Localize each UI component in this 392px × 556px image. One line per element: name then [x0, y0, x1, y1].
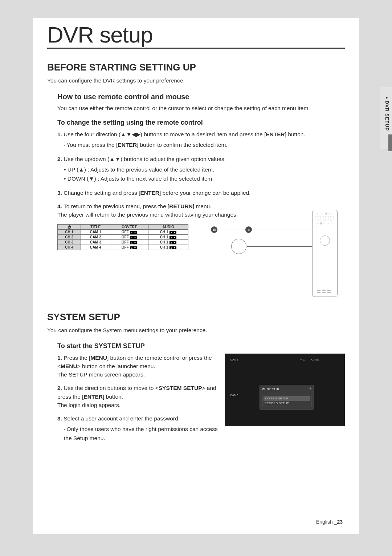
figure-row: ⏻ TITLE COVERT AUDIO CH 1 CAM 1 OFF▲ ▼ C…: [57, 224, 345, 297]
step-2-down: DOWN (▼) : Adjusts to the next value of …: [64, 174, 345, 184]
fig-cam1: CAM1: [230, 358, 238, 361]
table-row: CH 3 CAM 3 OFF▲ ▼ CH 1▲ ▼: [58, 239, 188, 245]
step-1: 1. Use the four direction (▲▼◀▶) buttons…: [57, 130, 345, 150]
remote-outline: ○ ○ ○ ○ ◉ ○ ○ ○ ○ ○ ○ ○ ○ ○ ○ ○ ○ ○ ○ ○ …: [312, 210, 338, 297]
step-2: 2. Use the up/down (▲▼) buttons to adjus…: [57, 155, 345, 184]
steps-system: 1. Press the [MENU] button on the remote…: [57, 354, 218, 448]
remote-diagram: ▦ ⌕ ○ ○ ○ ○ ◉ ○ ○ ○ ○ ○ ○ ○ ○ ○ ○ ○ ○ ○ …: [196, 224, 345, 297]
page-title: DVR setup: [47, 22, 345, 49]
fig-cam3: CAM3: [230, 394, 238, 397]
spinner-icon: ▲ ▼: [130, 231, 137, 234]
spinner-icon: ▲ ▼: [170, 246, 177, 249]
subheading-start-system: To start the SYSTEM SETUP: [57, 342, 345, 350]
step-1-note: You must press the [ENTER] button to con…: [64, 141, 345, 150]
remote-buttons-grid: ○ ○ ○ ○ ◉ ○ ○ ○ ○ ○ ○ ○ ○ ○ ○ ○ ○ ○ ○ ○ …: [315, 212, 335, 228]
subheading-change-remote: To change the setting using the remote c…: [57, 119, 345, 126]
intro-para-1: You can configure the DVR settings to yo…: [47, 77, 345, 84]
fig-popup: × SETUP SYSTEM SETUP RECORD SETUP: [260, 385, 314, 410]
sys-step-3: 3. Select a user account and enter the p…: [57, 414, 218, 443]
table-row: CH 2 CAM 2 OFF▲ ▼ CH 1▲ ▼: [58, 234, 188, 239]
page: DVR setup BEFORE STARTING SETTING UP You…: [33, 18, 359, 534]
th-title: TITLE: [81, 224, 110, 229]
spinner-icon: ▲ ▼: [130, 236, 137, 239]
section-system-setup: SYSTEM SETUP: [47, 311, 345, 323]
step-2-up: UP (▲) : Adjusts to the previous value o…: [64, 165, 345, 174]
th-audio: AUDIO: [148, 224, 188, 229]
remote-dpad: [320, 235, 330, 246]
steps-remote: 1. Use the four direction (▲▼◀▶) buttons…: [57, 130, 345, 219]
section-before-starting: BEFORE STARTING SETTING UP: [47, 62, 345, 73]
sys-step-2: 2. Use the direction buttons to move to …: [57, 384, 218, 409]
camera-table: ⏻ TITLE COVERT AUDIO CH 1 CAM 1 OFF▲ ▼ C…: [57, 224, 188, 250]
spinner-icon: ▲ ▼: [170, 231, 177, 234]
spinner-icon: ▲ ▼: [130, 241, 137, 244]
grid-icon: ▦: [211, 226, 217, 233]
side-tab-label: DVR SETUP: [384, 97, 390, 131]
step-4: 4. To return to the previous menu, press…: [57, 202, 345, 219]
fig-popup-title: SETUP: [262, 387, 311, 391]
spinner-icon: ▲ ▼: [170, 241, 177, 244]
fig-topright: + C: [300, 358, 305, 361]
spinner-icon: ▲ ▼: [130, 246, 137, 249]
page-footer: English _23: [316, 519, 343, 525]
sys-step-3-note: Only those users who have the right perm…: [64, 425, 218, 443]
system-setup-figure: CAM1 + C CAM2 CAM3 × SETUP SYSTEM SETUP …: [225, 354, 345, 426]
close-icon: ×: [309, 387, 312, 390]
fig-menu-record: RECORD SETUP: [264, 401, 310, 406]
step-3: 3. Change the setting and press [ENTER] …: [57, 189, 345, 197]
fig-cam2: CAM2: [311, 358, 319, 361]
sys-step-1: 1. Press the [MENU] button on the remote…: [57, 354, 218, 379]
th-icon: ⏻: [58, 224, 81, 229]
th-covert: COVERT: [110, 224, 148, 229]
fig-menu-system: SYSTEM SETUP: [264, 396, 310, 401]
table-row: CH 4 CAM 4 OFF▲ ▼ CH 1▲ ▼: [58, 245, 188, 250]
remote-mouse-intro: You can use either the remote control or…: [57, 105, 345, 112]
system-setup-intro: You can configure the System menu settin…: [47, 327, 345, 334]
table-row: CH 1 CAM 1 OFF▲ ▼ CH 1▲ ▼: [58, 229, 188, 234]
spinner-icon: ▲ ▼: [170, 236, 177, 239]
gear-icon: [262, 387, 265, 391]
subheading-remote-mouse: How to use remote control and mouse: [57, 93, 345, 102]
side-tab-marker: [388, 134, 392, 151]
